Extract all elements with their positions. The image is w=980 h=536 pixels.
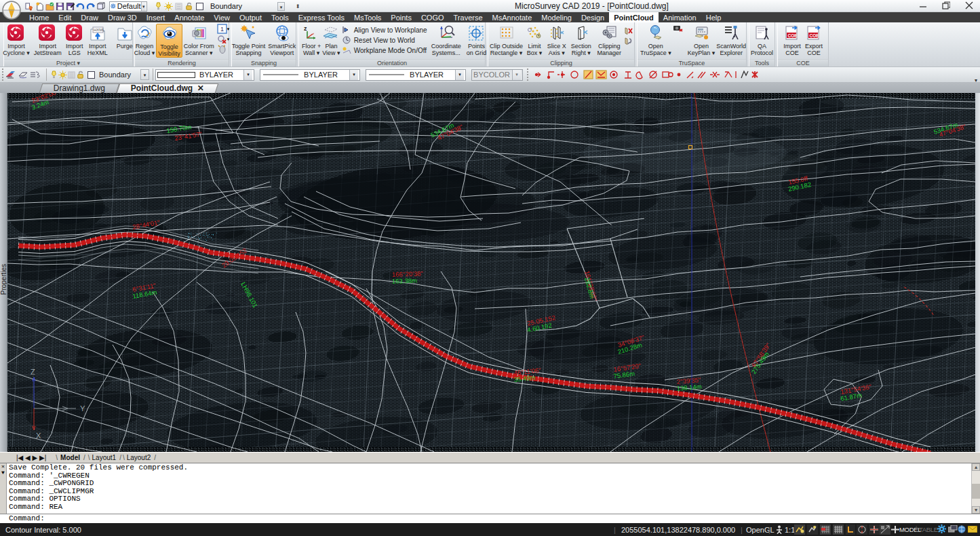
svg-text:COE: COE <box>809 33 819 38</box>
svg-text:163.38m: 163.38m <box>392 277 417 285</box>
svg-text:Y: Y <box>80 404 85 413</box>
svg-text:X: X <box>36 432 41 440</box>
svg-text:HXML: HXML <box>94 28 105 32</box>
svg-text:z: z <box>304 25 307 32</box>
svg-text:Z: Z <box>31 368 35 376</box>
svg-text:COE: COE <box>787 33 798 38</box>
svg-text:1: 1 <box>220 26 224 33</box>
